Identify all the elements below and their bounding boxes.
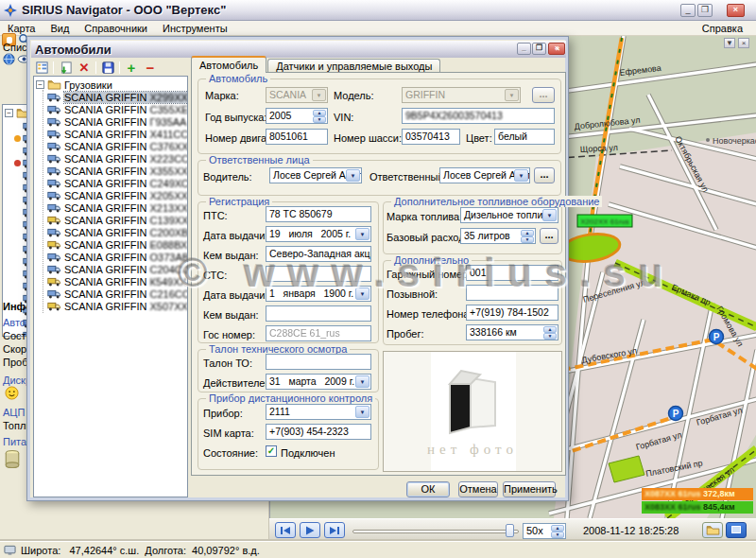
fuel-browse-button[interactable]: ... <box>540 228 558 244</box>
vin-field[interactable]: 9В5Р4Х26003570413 <box>402 108 555 124</box>
vehicle-plate: К549ХХ 161rus <box>149 276 188 288</box>
valid-until-combo[interactable]: 31 марта 2009 г.▼ <box>266 374 371 390</box>
menu-view[interactable]: Вид <box>43 22 77 35</box>
truck-icon <box>47 191 61 201</box>
issue-date-label: Дата выдачи: <box>203 230 267 241</box>
fuel-rate-spinner[interactable]: 35 литров▲▼ <box>460 228 536 244</box>
garage-field[interactable]: 001 <box>466 265 558 281</box>
close-button[interactable]: × <box>727 4 745 17</box>
chevron-down-icon[interactable]: ▼ <box>355 406 369 418</box>
tree-row[interactable]: SCANIA GRIFFIN С249ХС 61rus <box>47 177 188 189</box>
tree-row[interactable]: SCANIA GRIFFIN Г935АА 61rus <box>47 115 188 128</box>
map-dropdown-button[interactable]: ▼ <box>724 38 735 48</box>
gov-plate-field[interactable]: С288СЕ 61_rus <box>266 325 371 341</box>
tree-row[interactable]: SCANIA GRIFFIN Х411СС 61rus <box>47 128 188 140</box>
step-back-button[interactable] <box>275 522 296 538</box>
responsible-combo[interactable]: Лосев Сергей Анатоль▼ <box>439 167 530 183</box>
phone-field[interactable]: +7(919) 784-1502 <box>466 305 558 321</box>
chevron-down-icon[interactable]: ▼ <box>514 169 528 182</box>
vehicle-tree[interactable]: − Грузовики SCANIA GRIFFIN Х299ХХ 61rus … <box>33 76 188 497</box>
tree-row[interactable]: SCANIA GRIFFIN Х213ХХ 61rus <box>47 201 188 214</box>
tree-row[interactable]: SCANIA GRIFFIN О373АВ 61rus <box>47 251 188 263</box>
dialog-close-button[interactable]: × <box>548 43 565 55</box>
fuel-type-combo[interactable]: Дизельное топливо▼ <box>460 207 558 223</box>
remove-button[interactable]: − <box>142 60 159 76</box>
spinner-arrows[interactable]: ▲▼ <box>521 230 534 242</box>
tree-row[interactable]: SCANIA GRIFFIN С139ХХ 161rus <box>47 214 188 226</box>
save-button[interactable] <box>99 60 116 76</box>
mileage-spinner[interactable]: 338166 км▲▼ <box>466 324 558 340</box>
engine-field[interactable]: 8051061 <box>266 129 328 145</box>
year-spinner[interactable]: 2005▲▼ <box>266 108 328 124</box>
sts-field[interactable] <box>266 266 371 282</box>
color-label: Цвет: <box>466 132 492 144</box>
color-field[interactable]: белый <box>494 129 555 145</box>
export-button[interactable] <box>57 60 74 76</box>
chevron-down-icon[interactable]: ▼ <box>355 375 369 388</box>
model-browse-button[interactable]: ... <box>532 87 555 103</box>
vehicle-name: SCANIA GRIFFIN <box>64 190 146 201</box>
tree-row[interactable]: SCANIA GRIFFIN Е088ВХ 161rus <box>47 238 188 251</box>
speed-spinner[interactable]: 50x▲▼ <box>523 523 566 539</box>
spinner-arrows[interactable]: ▲▼ <box>313 110 326 122</box>
issued-by-field[interactable]: Северо-Западная акцизная т <box>266 246 371 262</box>
timeline-slider[interactable] <box>352 530 519 533</box>
chevron-down-icon[interactable]: ▼ <box>355 228 369 240</box>
tree-row[interactable]: SCANIA GRIFFIN Х205ХХ 61rus <box>47 189 188 201</box>
tree-row[interactable]: SCANIA GRIFFIN К549ХХ 161rus <box>47 275 188 288</box>
menu-tools[interactable]: Инструменты <box>155 22 235 35</box>
parking-icon[interactable]: P <box>669 407 683 421</box>
tree-row[interactable]: SCANIA GRIFFIN Х507ХХ 161rus <box>47 300 188 312</box>
slider-handle[interactable] <box>506 524 514 537</box>
list-button[interactable] <box>33 60 50 76</box>
minimize-button[interactable]: _ <box>680 4 696 17</box>
spinner-arrows[interactable]: ▲▼ <box>543 326 557 339</box>
ticket-field[interactable] <box>266 354 371 370</box>
menu-directories[interactable]: Справочники <box>77 22 155 35</box>
map-close-button[interactable]: × <box>738 38 749 48</box>
tree-row[interactable]: SCANIA GRIFFIN С376ХХ 61rus <box>47 140 188 152</box>
issue-date2-combo[interactable]: 1 января 1900 г.▼ <box>266 286 371 302</box>
cancel-button[interactable]: Отмена <box>458 481 498 497</box>
menu-help[interactable]: Справка <box>695 22 750 35</box>
chevron-down-icon[interactable]: ▼ <box>355 288 369 300</box>
tree-row[interactable]: SCANIA GRIFFIN Х299ХХ 61rus <box>47 91 188 103</box>
dialog-minimize-button[interactable]: _ <box>517 43 531 55</box>
map-toggle-button[interactable] <box>726 522 747 538</box>
add-button[interactable]: + <box>123 60 140 76</box>
records-button[interactable] <box>702 522 723 538</box>
tree-row[interactable]: SCANIA GRIFFIN Х223СС 61rus <box>47 152 188 165</box>
connected-checkbox[interactable]: ✓ <box>266 445 277 457</box>
callsign-field[interactable] <box>466 285 558 301</box>
tree-row[interactable]: SCANIA GRIFFIN С355ХЕ 61rus <box>47 103 188 115</box>
spinner-arrows[interactable]: ▲▼ <box>551 525 564 537</box>
sim-field[interactable]: +7(903) 454-2323 <box>266 424 371 440</box>
issued-by2-field[interactable] <box>266 305 371 322</box>
expander-icon[interactable]: − <box>5 109 13 117</box>
step-forward-button[interactable] <box>324 522 345 538</box>
tree-row[interactable]: SCANIA GRIFFIN С216СС 61rus <box>47 288 188 300</box>
chevron-down-icon[interactable]: ▼ <box>542 209 557 221</box>
issue-date-combo[interactable]: 19 июля 2005 г.▼ <box>266 226 371 242</box>
chevron-down-icon[interactable]: ▼ <box>346 169 360 182</box>
dialog-maximize-button[interactable]: ❐ <box>532 43 546 55</box>
parking-icon[interactable]: P <box>710 330 724 344</box>
pts-field[interactable]: 78 ТС 850679 <box>266 206 371 222</box>
tree-row[interactable]: SCANIA GRIFFIN С204СС 61rus <box>47 263 188 275</box>
expander-icon[interactable]: − <box>36 80 44 89</box>
tree-row[interactable]: SCANIA GRIFFIN Х355ХХ 61rus <box>47 165 188 177</box>
driver-combo[interactable]: Лосев Сергей Анатоль▼ <box>269 167 362 183</box>
apply-button[interactable]: Применить <box>503 481 556 497</box>
persons-browse-button[interactable]: ... <box>534 167 555 183</box>
tab-sensors[interactable]: Датчики и управляемые выходы <box>267 59 440 73</box>
restore-button[interactable]: ❐ <box>697 4 713 17</box>
truck-icon <box>47 203 61 213</box>
device-combo[interactable]: 2111▼ <box>266 404 371 420</box>
globe-icon[interactable] <box>3 53 15 65</box>
tree-row[interactable]: SCANIA GRIFFIN С200ХВ 61rus <box>47 226 188 238</box>
chassis-field[interactable]: 03570413 <box>402 129 460 145</box>
delete-button[interactable]: ✕ <box>76 60 93 76</box>
play-button[interactable] <box>300 522 320 538</box>
ok-button[interactable]: ОК <box>406 481 450 497</box>
tab-vehicle[interactable]: Автомобиль <box>191 56 266 73</box>
